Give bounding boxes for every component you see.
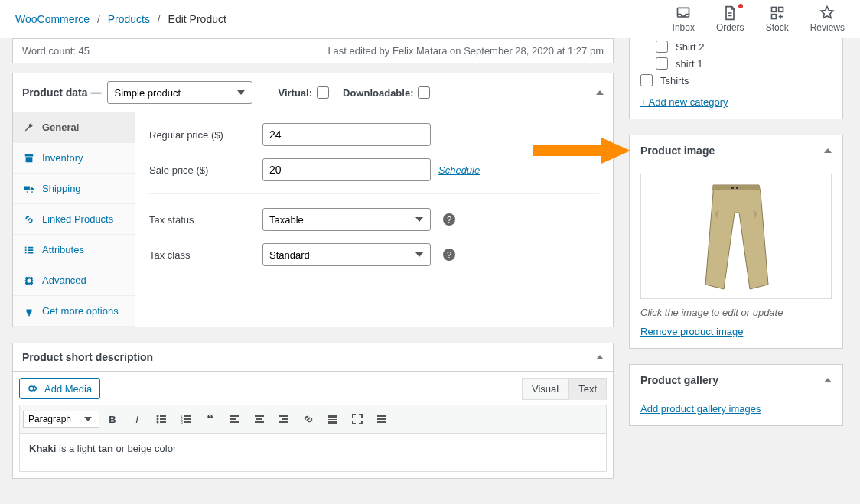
align-left-icon: [229, 413, 241, 425]
sale-price-input[interactable]: [262, 158, 431, 181]
svg-rect-15: [184, 418, 191, 420]
editor-tab-visual[interactable]: Visual: [522, 378, 568, 400]
align-left-button[interactable]: [223, 408, 246, 430]
category-item-shirt1[interactable]: shirt 1: [656, 55, 827, 72]
align-center-button[interactable]: [248, 408, 271, 430]
tax-status-select[interactable]: Taxable: [262, 208, 431, 231]
svg-rect-17: [184, 421, 191, 423]
product-image-thumbnail[interactable]: [640, 174, 832, 299]
add-gallery-link[interactable]: Add product gallery images: [640, 403, 761, 415]
tax-class-select[interactable]: Standard: [262, 243, 431, 266]
wrench-icon: [24, 122, 34, 133]
svg-rect-34: [380, 418, 383, 420]
pants-image: [682, 179, 790, 294]
bullet-list-button[interactable]: [150, 408, 173, 430]
tab-general[interactable]: General: [13, 112, 135, 143]
kitchen-sink-icon: [376, 413, 388, 425]
tab-advanced[interactable]: Advanced: [13, 265, 135, 296]
panel-toggle[interactable]: [596, 90, 604, 95]
tab-inventory[interactable]: Inventory: [13, 143, 135, 174]
add-media-button[interactable]: Add Media: [19, 378, 100, 399]
svg-rect-19: [230, 418, 236, 420]
product-type-select[interactable]: Simple product: [107, 81, 252, 104]
gallery-title: Product gallery: [640, 374, 718, 386]
italic-button[interactable]: I: [125, 408, 148, 430]
reviews-icon: [819, 5, 835, 21]
tax-class-label: Tax class: [149, 249, 262, 261]
bold-button[interactable]: B: [101, 408, 124, 430]
svg-marker-0: [533, 138, 630, 164]
breadcrumb: WooCommerce / Products / Edit Product: [15, 13, 226, 25]
inventory-icon: [24, 153, 34, 164]
readmore-button[interactable]: [321, 408, 344, 430]
media-icon: [28, 382, 40, 395]
align-right-button[interactable]: [272, 408, 295, 430]
virtual-label[interactable]: Virtual:: [278, 86, 329, 99]
panel-toggle[interactable]: [824, 148, 832, 153]
product-image-panel: Product image Click the image to edit or…: [629, 135, 843, 349]
category-item-shirt2[interactable]: Shirt 2: [656, 38, 827, 55]
product-data-title: Product data —: [22, 86, 101, 99]
quote-button[interactable]: “: [199, 408, 222, 430]
link-button[interactable]: [297, 408, 320, 430]
product-image-title: Product image: [640, 145, 715, 157]
svg-rect-30: [377, 415, 380, 417]
readmore-icon: [327, 413, 339, 425]
svg-rect-29: [328, 421, 337, 424]
inbox-icon: [676, 5, 691, 21]
toolbar-inbox[interactable]: Inbox: [673, 5, 695, 33]
svg-rect-18: [230, 415, 239, 417]
downloadable-label[interactable]: Downloadable:: [343, 86, 430, 99]
toolbar-orders[interactable]: Orders: [716, 5, 744, 33]
svg-point-6: [157, 415, 159, 418]
help-icon[interactable]: ?: [443, 213, 455, 226]
fullscreen-icon: [351, 413, 363, 425]
editor-tab-text[interactable]: Text: [568, 378, 607, 400]
paragraph-select[interactable]: Paragraph: [23, 411, 99, 428]
svg-rect-33: [377, 418, 380, 420]
add-category-link[interactable]: + Add new category: [640, 96, 728, 108]
svg-rect-13: [184, 415, 191, 417]
help-icon[interactable]: ?: [443, 249, 455, 261]
last-edited: Last edited by Felix Matara on September…: [327, 45, 604, 57]
panel-toggle[interactable]: [596, 355, 604, 359]
schedule-link[interactable]: Schedule: [438, 164, 480, 176]
product-data-tabs: General Inventory Shipping Linked Produc…: [13, 112, 135, 327]
svg-point-10: [157, 421, 159, 424]
remove-image-link[interactable]: Remove product image: [640, 326, 743, 337]
category-item-tshirts[interactable]: Tshirts: [640, 72, 827, 89]
gear-icon: [24, 275, 34, 286]
breadcrumb-products[interactable]: Products: [108, 13, 150, 25]
svg-rect-26: [279, 421, 288, 423]
panel-toggle[interactable]: [824, 378, 832, 382]
tab-get-more[interactable]: Get more options: [13, 296, 135, 327]
tab-shipping[interactable]: Shipping: [13, 174, 135, 204]
regular-price-input[interactable]: [262, 123, 431, 146]
link-icon: [24, 214, 34, 225]
fullscreen-button[interactable]: [346, 408, 369, 430]
toolbar-stock[interactable]: Stock: [766, 5, 789, 33]
toolbar-reviews[interactable]: Reviews: [810, 5, 845, 33]
tab-linked-products[interactable]: Linked Products: [13, 204, 135, 235]
svg-rect-35: [383, 418, 386, 420]
toolbar-toggle-button[interactable]: [370, 408, 393, 430]
image-hint: Click the image to edit or update: [640, 307, 832, 318]
plug-icon: [24, 306, 34, 317]
number-list-button[interactable]: 123: [174, 408, 197, 430]
svg-rect-20: [230, 421, 239, 423]
sale-price-label: Sale price ($): [149, 164, 262, 176]
product-data-panel: Product data — Simple product Virtual: D…: [12, 73, 614, 327]
stock-icon: [770, 5, 785, 21]
svg-rect-23: [255, 421, 264, 423]
svg-point-5: [29, 386, 34, 391]
short-description-panel: Product short description Add Media Visu…: [12, 343, 614, 479]
categories-panel-partial: Shirt 2 shirt 1 Tshirts + Add new catego…: [629, 38, 843, 119]
editor-content[interactable]: Khaki is a light tan or beige color: [19, 434, 607, 472]
svg-rect-9: [160, 418, 166, 420]
virtual-checkbox[interactable]: [317, 86, 329, 99]
downloadable-checkbox[interactable]: [418, 86, 430, 99]
breadcrumb-current: Edit Product: [168, 13, 226, 25]
tab-attributes[interactable]: Attributes: [13, 235, 135, 265]
breadcrumb-woo[interactable]: WooCommerce: [15, 13, 90, 25]
editor-toolbar: Paragraph B I 123 “: [19, 405, 607, 434]
